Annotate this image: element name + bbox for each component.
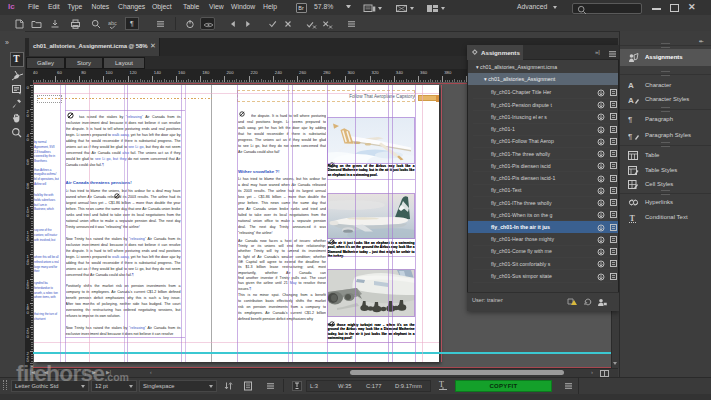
- svg-text:T: T: [630, 214, 636, 223]
- svg-text:¶: ¶: [628, 132, 632, 141]
- svg-text:A: A: [628, 96, 634, 105]
- svg-text:abc: abc: [108, 20, 117, 26]
